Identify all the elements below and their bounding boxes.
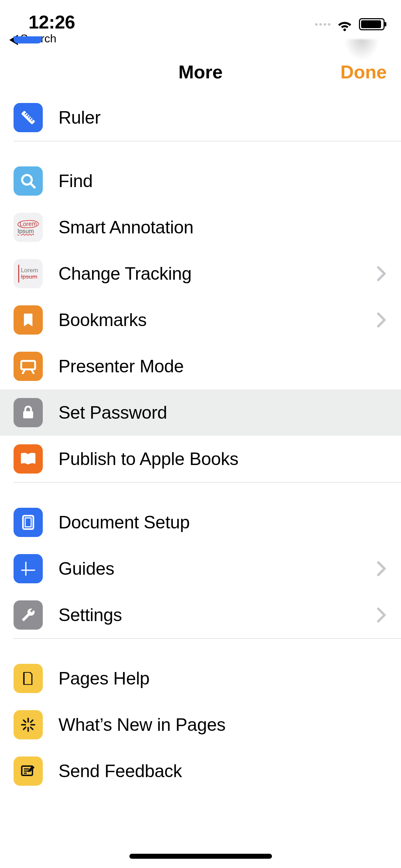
bookmark-icon [14, 305, 43, 335]
row-set-password[interactable]: Set Password [0, 389, 401, 436]
row-settings[interactable]: Settings [0, 592, 401, 638]
icon-text-ipsum: Ipsum [21, 274, 38, 280]
guides-icon [14, 554, 43, 583]
help-book-icon [14, 664, 43, 693]
row-label: Smart Annotation [58, 217, 194, 238]
icon-text-lorem: Lorem [21, 267, 38, 274]
chevron-right-icon [376, 561, 387, 577]
document-setup-icon [14, 508, 43, 537]
page-title: More [178, 61, 222, 83]
row-guides[interactable]: Guides [0, 546, 401, 592]
book-icon [14, 444, 43, 474]
toggle-shadow-icon [344, 39, 380, 61]
row-label: Settings [58, 605, 122, 625]
done-button[interactable]: Done [340, 61, 387, 83]
row-smart-annotation[interactable]: Lorem Ipsum Smart Annotation [0, 204, 401, 250]
row-label: Document Setup [58, 512, 190, 533]
row-find[interactable]: Find [0, 158, 401, 204]
row-ruler[interactable]: Ruler [0, 94, 401, 141]
row-label: Publish to Apple Books [58, 449, 238, 469]
row-label: Guides [58, 558, 114, 579]
svg-line-22 [31, 727, 33, 729]
status-bar: 12:26 ◀ Search [0, 0, 401, 43]
svg-line-7 [31, 184, 35, 187]
row-document-setup[interactable]: Document Setup [0, 499, 401, 546]
svg-line-23 [31, 720, 33, 722]
wrench-icon [14, 600, 43, 630]
status-right [315, 16, 385, 32]
menu-list: Ruler Find Lorem Ipsum Smart Annotation … [0, 94, 401, 794]
partial-row-peek [14, 36, 42, 43]
feedback-icon [14, 756, 43, 786]
svg-line-21 [24, 720, 26, 722]
battery-icon [359, 18, 385, 30]
row-pages-help[interactable]: Pages Help [0, 655, 401, 702]
row-label: Find [58, 171, 93, 191]
cell-signal-dots-icon [315, 23, 330, 26]
row-label: Bookmarks [58, 310, 146, 330]
row-send-feedback[interactable]: Send Feedback [0, 748, 401, 794]
chevron-right-icon [376, 607, 387, 623]
row-publish-apple-books[interactable]: Publish to Apple Books [0, 436, 401, 482]
wifi-icon [337, 16, 353, 32]
nav-bar: More Done [0, 43, 401, 94]
smart-annotation-icon: Lorem Ipsum [14, 213, 43, 242]
row-bookmarks[interactable]: Bookmarks [0, 297, 401, 343]
row-label: Change Tracking [58, 263, 192, 284]
search-icon [14, 166, 43, 196]
lock-icon [14, 398, 43, 427]
presenter-icon [14, 352, 43, 381]
change-tracking-icon: Lorem Ipsum [14, 259, 43, 288]
svg-rect-13 [25, 518, 31, 527]
svg-line-24 [24, 727, 26, 729]
svg-rect-8 [21, 361, 35, 370]
row-label: Pages Help [58, 668, 150, 689]
row-label: What’s New in Pages [58, 714, 226, 735]
svg-rect-14 [21, 562, 35, 576]
svg-rect-11 [23, 411, 33, 418]
icon-text-ipsum: Ipsum [17, 228, 34, 234]
row-label: Set Password [58, 402, 167, 423]
chevron-right-icon [376, 312, 387, 328]
row-label: Ruler [58, 107, 101, 128]
row-label: Presenter Mode [58, 356, 184, 377]
row-presenter-mode[interactable]: Presenter Mode [0, 343, 401, 389]
row-label: Send Feedback [58, 761, 182, 781]
ruler-icon [14, 103, 43, 132]
icon-text-lorem: Lorem [17, 220, 39, 228]
row-change-tracking[interactable]: Lorem Ipsum Change Tracking [0, 250, 401, 297]
status-time: 12:26 [29, 11, 75, 33]
chevron-right-icon [376, 266, 387, 281]
home-indicator [129, 854, 272, 859]
sparkle-icon [14, 710, 43, 739]
row-whats-new[interactable]: What’s New in Pages [0, 702, 401, 748]
